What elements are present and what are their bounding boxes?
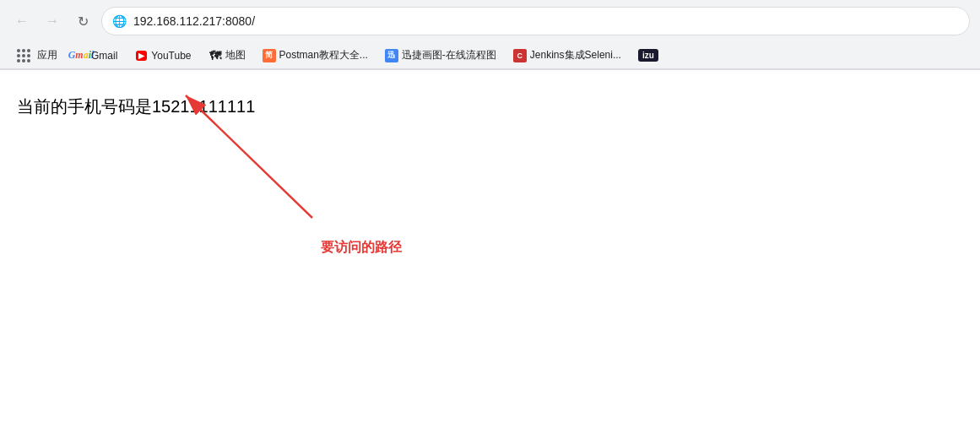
- xunjie-icon: 迅: [385, 49, 398, 62]
- annotation-overlay: 要访问的路径: [0, 70, 980, 408]
- globe-icon: 🌐: [112, 14, 127, 28]
- bookmark-gmail[interactable]: Gmail Gmail: [68, 46, 124, 65]
- jenkins-label: Jenkins集成Seleni...: [530, 48, 621, 62]
- youtube-icon: ▶: [134, 49, 148, 62]
- apps-label: 应用: [37, 48, 57, 62]
- nav-bar: ← → ↻ 🌐: [0, 0, 980, 42]
- maps-icon: 🗺: [208, 49, 222, 62]
- bookmark-apps[interactable]: 应用: [10, 46, 64, 65]
- bookmark-youtube[interactable]: ▶ YouTube: [127, 46, 198, 65]
- postman-label: Postman教程大全...: [279, 48, 368, 62]
- forward-button[interactable]: →: [41, 9, 64, 33]
- jenkins-icon: C: [513, 49, 527, 62]
- bookmark-postman[interactable]: 简 Postman教程大全...: [256, 46, 375, 65]
- bookmark-xunjie[interactable]: 迅 迅捷画图-在线流程图: [378, 46, 503, 65]
- apps-grid-icon: [17, 49, 30, 62]
- gmail-icon: Gmail: [74, 49, 88, 62]
- url-input[interactable]: [133, 14, 959, 28]
- back-button[interactable]: ←: [10, 9, 34, 33]
- izu-badge: izu: [638, 49, 658, 62]
- bookmark-maps[interactable]: 🗺 地图: [202, 46, 252, 65]
- bookmark-izu[interactable]: izu: [631, 46, 665, 64]
- refresh-button[interactable]: ↻: [71, 9, 95, 33]
- xunjie-label: 迅捷画图-在线流程图: [402, 48, 496, 62]
- bookmarks-bar: 应用 Gmail Gmail ▶ YouTube 🗺 地图 简 Postman教…: [0, 42, 980, 69]
- browser-chrome: ← → ↻ 🌐 应用 Gmail Gmail ▶: [0, 0, 980, 70]
- phone-number-text: 当前的手机号码是15211111111: [17, 95, 963, 118]
- gmail-label: Gmail: [91, 50, 117, 62]
- bookmark-jenkins[interactable]: C Jenkins集成Seleni...: [506, 46, 628, 65]
- annotation-label: 要访问的路径: [321, 239, 402, 257]
- maps-label: 地图: [225, 48, 246, 62]
- page-content: 当前的手机号码是15211111111 要访问的路径: [0, 70, 980, 408]
- postman-icon: 简: [263, 49, 276, 62]
- address-bar[interactable]: 🌐: [101, 7, 970, 35]
- youtube-label: YouTube: [151, 50, 191, 62]
